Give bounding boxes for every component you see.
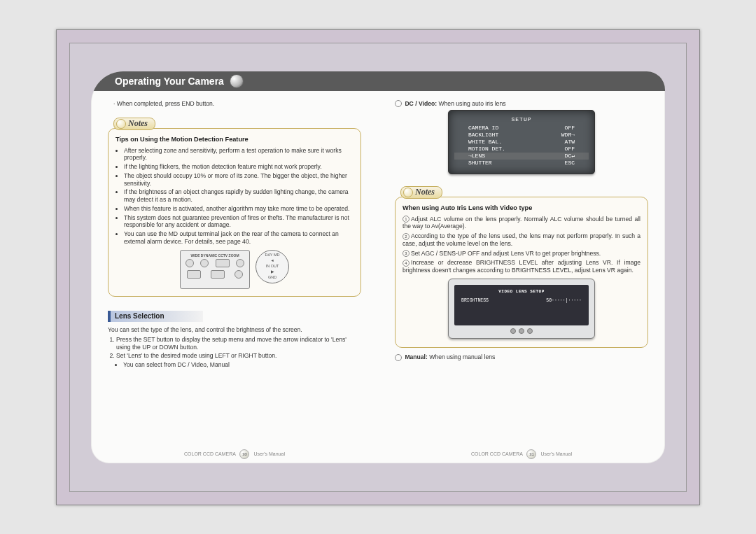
zoom-label: GND [268,275,276,280]
connector-icon [186,259,194,267]
columns: · When completed, press END button. Note… [91,91,665,463]
connector-icon [211,270,225,279]
list-item: 4Increase or decrease BRIGHTNESS LEVEL a… [402,259,640,274]
list-item: 1Adjust ALC volume on the lens properly.… [402,216,640,230]
monitor-base [454,328,589,334]
rear-panel: WIDE DYNAMIC CCTV ZOOM [180,250,250,289]
section-intro: You can set the type of the lens, and co… [108,326,361,334]
notes-numbered-right: 1Adjust ALC volume on the lens properly.… [402,216,640,274]
rear-panel-diagram: WIDE DYNAMIC CCTV ZOOM [115,250,354,289]
list-item: You can use the MD output terminal jack … [124,230,354,245]
footer-right: COLOR CCD CAMERA 31 User's Manual [378,449,665,459]
bullet-text: When using manual lens [428,353,496,360]
monitor-row-value: 50·····|····· [546,298,582,304]
notes-frame-left: Tips on Using the Motion Detection Featu… [108,128,361,296]
page-number-orb: 30 [239,449,249,459]
section-heading-label: Lens Selection [108,311,203,323]
knob-icon [510,328,516,334]
circle-bullet-icon [395,354,402,361]
list-item: This system does not guarantee preventio… [124,214,354,229]
notes-title-right: When using Auto Iris Lens with Video typ… [402,204,640,213]
connector-icon [216,259,230,267]
rear-panel-connectors [183,259,246,279]
connector-icon [236,259,244,267]
footer-suffix: User's Manual [253,451,285,456]
list-item: 3Set AGC / SENS-UP OFF and adjust Lens V… [402,250,640,258]
bullet-label: DC / Video: [405,100,437,107]
notes-bullets-left: After selecting zone and sensitivity, pe… [115,147,354,246]
bullet-text: When using auto iris lens [437,100,505,107]
osd-row-selected: →LENSDC↵ [454,153,589,160]
page-header-bar: Operating Your Camera [91,71,665,91]
knob-icon [519,328,524,334]
list-item: You can select from DC / Video, Manual [123,361,361,369]
bullet-label: Manual: [405,353,427,360]
osd-title: SETUP [457,116,586,123]
zoom-label: DAY MD [265,253,280,258]
connector-icon [187,270,201,279]
list-item: Set 'Lens' to the desired mode using LEF… [116,352,361,360]
monitor-row: BRIGHTNESS 50·····|····· [461,298,582,304]
zoom-terminal-callout: DAY MD ◄ IN OUT ▶ GND [255,250,289,283]
notes-label-left: Notes [108,111,361,124]
num-icon: 1 [402,216,410,223]
osd-row: MOTION DET.OFF [457,146,586,153]
list-item: 2According to the type of the lens used,… [402,232,640,247]
monitor-screen: VIDEO LENS SETUP BRIGHTNESS 50·····|····… [454,285,589,325]
footer-left: COLOR CCD CAMERA 30 User's Manual [91,449,378,459]
left-top-line: · When completed, press END button. [113,100,361,108]
monitor-row-label: BRIGHTNESS [461,298,489,304]
list-item: Press the SET button to display the setu… [116,336,361,351]
zoom-label: IN OUT [266,264,279,269]
rear-panel-title: WIDE DYNAMIC CCTV ZOOM [183,253,246,258]
connector-icon [200,259,209,267]
manual-page: Operating Your Camera · When completed, … [91,71,665,463]
circle-bullet-icon [395,100,402,107]
notes-frame-right: When using Auto Iris Lens with Video typ… [395,197,648,348]
notes-label-right: Notes [395,180,648,192]
list-item: When this feature is activated, another … [124,205,354,213]
page-title: Operating Your Camera [115,76,224,87]
footer-brand: COLOR CCD CAMERA [184,451,236,456]
monitor-frame: VIDEO LENS SETUP BRIGHTNESS 50·····|····… [448,279,595,339]
zoom-label: ◄ [270,258,274,263]
list-item: If the lighting flickers, the motion det… [124,163,354,171]
list-item: After selecting zone and sensitivity, pe… [124,147,354,162]
section-sub-bullets: You can select from DC / Video, Manual [115,361,361,369]
page-number-orb: 31 [526,449,536,459]
num-icon: 2 [402,233,410,240]
osd-row: BACKLIGHTWDR→ [457,132,586,139]
right-top-bullet: DC / Video: When using auto iris lens [395,100,648,108]
notes-title-left: Tips on Using the Motion Detection Featu… [115,136,354,144]
osd-row: WHITE BAL.ATW [457,139,586,146]
footer-brand: COLOR CCD CAMERA [471,451,523,456]
osd-row: CAMERA IDOFF [457,125,586,132]
notes-tab: Notes [113,118,155,130]
section-steps: Press the SET button to display the setu… [108,336,361,360]
monitor-title: VIDEO LENS SETUP [461,289,582,295]
outer-frame: Operating Your Camera · When completed, … [56,29,700,505]
connector-icon [234,270,243,279]
header-orb-icon [230,74,244,88]
knob-icon [527,328,533,334]
right-column: DC / Video: When using auto iris lens SE… [378,91,665,463]
notes-tab: Notes [400,186,442,199]
num-icon: 3 [402,250,410,257]
list-item: If the brightness of an object changes r… [124,188,354,203]
zoom-label: ▶ [271,269,274,274]
right-bottom-bullet: Manual: When using manual lens [395,353,648,361]
left-column: · When completed, press END button. Note… [91,91,378,463]
osd-setup-screen: SETUP CAMERA IDOFF BACKLIGHTWDR→ WHITE B… [448,110,595,174]
inner-frame: Operating Your Camera · When completed, … [69,43,687,492]
osd-row: SHUTTERESC [457,160,586,167]
list-item: The object should occupy 10% or more of … [124,172,354,187]
num-icon: 4 [402,260,410,267]
section-heading-lens: Lens Selection [108,311,361,323]
footer-suffix: User's Manual [540,451,572,456]
